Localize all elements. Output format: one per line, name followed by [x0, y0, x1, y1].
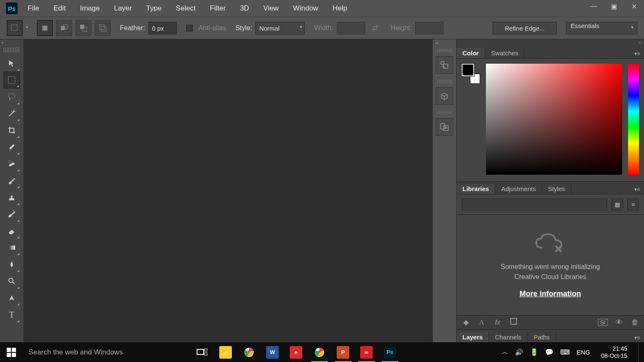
subtract-selection-button[interactable] — [75, 20, 91, 36]
foreground-background-swatch[interactable] — [462, 64, 480, 84]
delete-icon[interactable]: 🗑 — [630, 318, 640, 327]
tab-adjustments[interactable]: Adjustments — [495, 184, 542, 194]
color-field[interactable] — [486, 64, 622, 175]
tab-libraries[interactable]: Libraries — [457, 184, 495, 194]
expand-tools-icon[interactable]: ›› — [0, 39, 23, 46]
color-panel-menu-icon[interactable]: ▾≡ — [630, 49, 644, 58]
photoshop-taskbar-icon[interactable]: Ps — [378, 342, 402, 362]
3d-panel-icon[interactable] — [436, 87, 453, 105]
action-center-icon[interactable]: 💬 — [545, 348, 553, 356]
blur-tool[interactable] — [3, 256, 20, 273]
grid-view-icon[interactable]: ▦ — [611, 199, 623, 210]
panel-grip[interactable] — [437, 49, 452, 52]
menu-window[interactable]: Window — [286, 0, 325, 17]
sync-icon[interactable]: 👁 — [614, 318, 624, 327]
workspace-switcher[interactable]: Essentials — [566, 22, 637, 34]
layers-panel-menu-icon[interactable]: ▾≡ — [630, 333, 644, 342]
add-character-style-icon[interactable]: A — [477, 318, 487, 327]
powerpoint-taskbar-icon[interactable]: P — [331, 342, 355, 362]
menu-layer[interactable]: Layer — [107, 0, 139, 17]
pen-tool[interactable] — [3, 290, 20, 306]
stock-search-icon[interactable]: St — [598, 319, 608, 326]
svg-rect-10 — [8, 77, 15, 83]
menu-file[interactable]: File — [21, 0, 46, 17]
expand-panels-icon[interactable]: ›› — [457, 39, 644, 46]
hue-slider[interactable] — [628, 64, 639, 175]
minimize-button[interactable]: — — [584, 0, 604, 13]
tab-channels[interactable]: Channels — [489, 332, 527, 342]
library-selector[interactable] — [462, 199, 607, 210]
style-select[interactable]: Normal — [255, 22, 305, 34]
tab-color[interactable]: Color — [457, 48, 485, 58]
app-taskbar-icon[interactable]: ⟐ — [284, 342, 308, 362]
panel-grip[interactable] — [3, 47, 20, 52]
word-taskbar-icon[interactable]: W — [261, 342, 284, 362]
battery-icon[interactable]: 🔋 — [530, 348, 538, 356]
rectangular-marquee-tool[interactable] — [3, 72, 20, 88]
taskbar-clock[interactable]: 21:45 08-Oct-15 — [597, 345, 631, 359]
more-information-link[interactable]: More information — [519, 290, 581, 298]
history-panel-icon[interactable] — [436, 56, 453, 74]
history-brush-tool[interactable] — [3, 206, 20, 222]
chrome-taskbar-icon-2[interactable] — [308, 342, 331, 362]
show-desktop-button[interactable] — [638, 342, 641, 362]
taskbar-search[interactable]: Search the web and Windows — [23, 342, 190, 362]
menu-select[interactable]: Select — [169, 0, 202, 17]
magic-wand-tool[interactable] — [3, 105, 20, 122]
add-selection-button[interactable] — [56, 20, 72, 36]
menu-edit[interactable]: Edit — [47, 0, 72, 17]
clone-stamp-tool[interactable] — [3, 189, 20, 206]
foreground-color-swatch[interactable] — [462, 64, 474, 76]
start-button[interactable] — [0, 342, 23, 362]
close-button[interactable]: ✕ — [624, 0, 644, 13]
tab-paths[interactable]: Paths — [528, 332, 556, 342]
maximize-button[interactable]: ▣ — [604, 0, 624, 13]
volume-icon[interactable]: 🔊 — [515, 348, 523, 356]
zoom-tool[interactable] — [3, 273, 20, 290]
tab-layers[interactable]: Layers — [457, 332, 489, 342]
keyboard-icon[interactable]: ⌨ — [560, 348, 570, 356]
healing-brush-tool[interactable] — [3, 155, 20, 172]
menu-type[interactable]: Type — [139, 0, 168, 17]
svg-rect-6 — [80, 25, 84, 29]
brush-tool[interactable] — [3, 172, 20, 189]
style-label: Style: — [235, 24, 252, 32]
tool-preset-button[interactable]: ▾ — [7, 20, 23, 36]
creative-cloud-taskbar-icon[interactable]: ∞ — [355, 342, 378, 362]
gradient-tool[interactable] — [3, 239, 20, 256]
panel-grip[interactable] — [437, 111, 452, 114]
tab-swatches[interactable]: Swatches — [485, 48, 525, 58]
file-explorer-taskbar-icon[interactable]: 📁 — [214, 342, 237, 362]
menu-filter[interactable]: Filter — [203, 0, 233, 17]
add-graphic-icon[interactable]: ◆ — [461, 318, 471, 327]
menu-view[interactable]: View — [257, 0, 286, 17]
tray-chevron-icon[interactable]: ︿ — [501, 348, 508, 357]
libraries-panel-menu-icon[interactable]: ▾≡ — [630, 185, 644, 194]
eraser-tool[interactable] — [3, 222, 20, 239]
intersect-selection-button[interactable] — [95, 20, 111, 36]
crop-tool[interactable] — [3, 122, 20, 139]
tab-styles[interactable]: Styles — [542, 184, 571, 194]
layers-panel-tabs: Layers Channels Paths ▾≡ — [457, 330, 644, 342]
feather-input[interactable] — [148, 22, 177, 34]
collapse-panels-icon[interactable]: ‹‹ — [433, 39, 441, 46]
panel-grip[interactable] — [437, 80, 452, 83]
add-layer-style-icon[interactable]: fx — [493, 318, 503, 327]
type-tool[interactable]: T — [3, 306, 20, 323]
collapsed-panel-strip: ‹‹ — [432, 39, 457, 342]
lasso-tool[interactable] — [3, 88, 20, 105]
menu-3d[interactable]: 3D — [233, 0, 256, 17]
move-tool[interactable] — [3, 55, 20, 72]
eyedropper-tool[interactable] — [3, 139, 20, 155]
chrome-taskbar-icon-1[interactable] — [237, 342, 261, 362]
menu-help[interactable]: Help — [326, 0, 354, 17]
menu-image[interactable]: Image — [73, 0, 106, 17]
height-label: Height: — [391, 24, 412, 32]
refine-edge-button[interactable]: Refine Edge... — [493, 22, 557, 34]
add-color-icon[interactable] — [509, 318, 519, 327]
task-view-button[interactable] — [190, 342, 214, 362]
new-selection-button[interactable] — [37, 20, 53, 36]
properties-panel-icon[interactable] — [436, 118, 453, 136]
list-view-icon[interactable]: ≡ — [627, 199, 639, 210]
language-indicator[interactable]: ENG — [576, 349, 590, 356]
